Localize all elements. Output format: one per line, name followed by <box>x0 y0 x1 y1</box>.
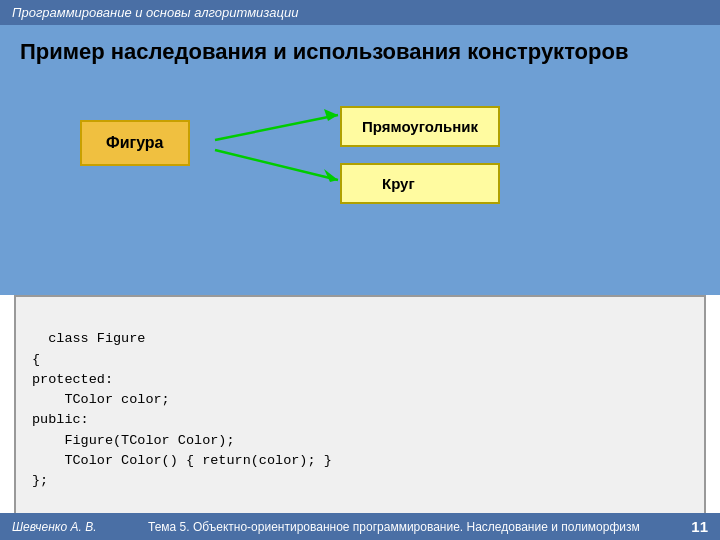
footer-topic: Тема 5. Объектно-ориентированное програм… <box>148 520 640 534</box>
box-krug: Круг <box>340 163 500 204</box>
footer-author: Шевченко А. В. <box>12 520 96 534</box>
svg-line-0 <box>215 115 338 140</box>
footer-page: 11 <box>691 518 708 535</box>
main-content: Пример наследования и использования конс… <box>0 25 720 295</box>
diagram-area: Фигура Прямоугольник Круг <box>20 85 700 225</box>
svg-line-2 <box>215 150 338 180</box>
header-title: Программирование и основы алгоритмизации <box>12 5 298 20</box>
slide-title: Пример наследования и использования конс… <box>20 39 700 65</box>
svg-marker-3 <box>324 169 338 182</box>
header-bar: Программирование и основы алгоритмизации <box>0 0 720 25</box>
code-text: class Figure { protected: TColor color; … <box>32 331 332 540</box>
box-figura: Фигура <box>80 120 190 166</box>
svg-marker-1 <box>324 109 338 121</box>
box-pryamoug: Прямоугольник <box>340 106 500 147</box>
footer-bar: Шевченко А. В. Тема 5. Объектно-ориентир… <box>0 513 720 540</box>
code-block: class Figure { protected: TColor color; … <box>14 295 706 540</box>
box-right: Прямоугольник Круг <box>340 106 500 204</box>
